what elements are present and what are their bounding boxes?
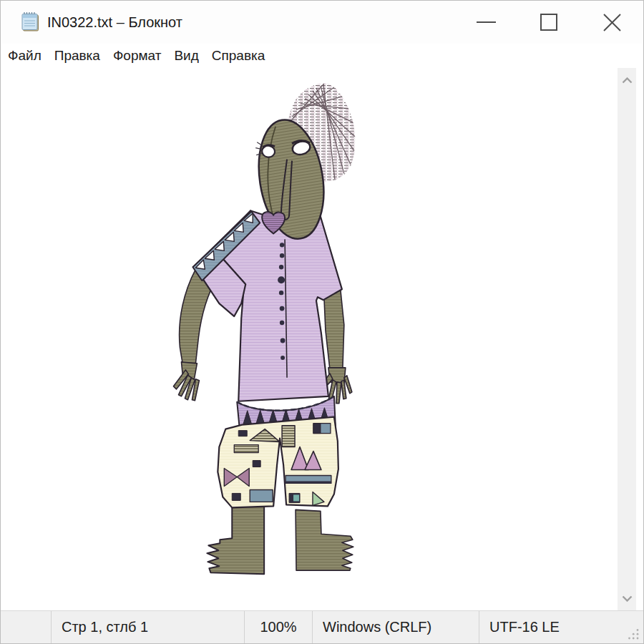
status-cursor-position: Стр 1, стлб 1: [51, 611, 244, 643]
status-line-endings: Windows (CRLF): [312, 611, 479, 643]
title-bar: IN0322.txt – Блокнот: [1, 1, 643, 44]
window-controls: [454, 1, 643, 44]
chevron-down-icon: [622, 595, 633, 602]
scroll-up-button[interactable]: [618, 68, 636, 92]
character-drawing: [1, 68, 613, 610]
minimize-button[interactable]: [454, 1, 517, 44]
status-zoom-level: 100%: [244, 611, 312, 643]
menu-edit[interactable]: Правка: [48, 45, 107, 67]
shorts: [218, 417, 338, 508]
minimize-icon: [477, 21, 496, 24]
text-area[interactable]: [1, 68, 643, 610]
status-spacer: [1, 611, 51, 643]
maximize-icon: [540, 14, 557, 31]
menu-view[interactable]: Вид: [167, 45, 205, 67]
close-icon: [603, 14, 621, 31]
menu-help[interactable]: Справка: [205, 45, 272, 67]
notepad-window: IN0322.txt – Блокнот Файл Правка: [0, 0, 644, 644]
status-bar: Стр 1, стлб 1 100% Windows (CRLF) UTF-16…: [1, 610, 643, 643]
vertical-scrollbar[interactable]: [618, 68, 636, 610]
menu-bar: Файл Правка Формат Вид Справка: [1, 44, 643, 68]
legs: [207, 497, 353, 574]
window-title: IN0322.txt – Блокнот: [47, 14, 182, 31]
close-button[interactable]: [580, 1, 643, 44]
scroll-down-button[interactable]: [618, 586, 636, 610]
menu-format[interactable]: Формат: [107, 45, 168, 67]
maximize-button[interactable]: [517, 1, 580, 44]
status-encoding: UTF-16 LE: [479, 611, 643, 643]
chevron-up-icon: [622, 77, 633, 84]
notepad-app-icon: [20, 11, 41, 33]
resize-grip-icon[interactable]: [628, 628, 640, 640]
menu-file[interactable]: Файл: [1, 45, 48, 67]
shirt: [195, 209, 341, 401]
